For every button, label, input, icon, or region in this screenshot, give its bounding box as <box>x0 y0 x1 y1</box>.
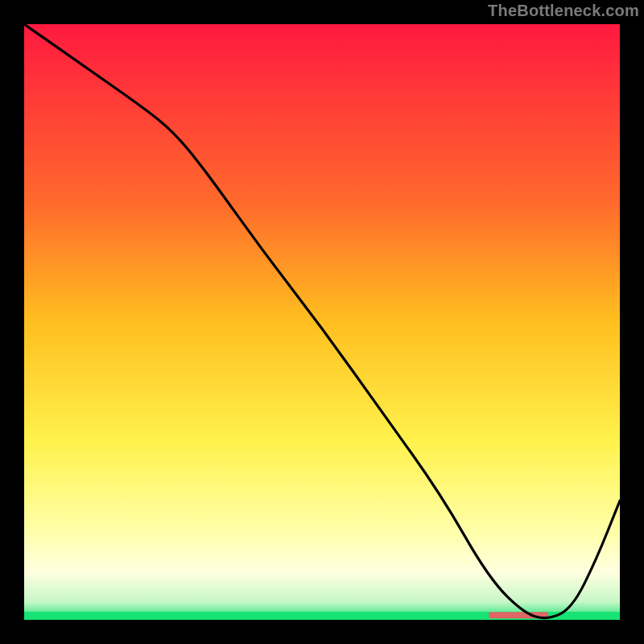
watermark-text: TheBottleneck.com <box>488 2 639 20</box>
plot-area <box>24 24 620 620</box>
chart-frame: TheBottleneck.com <box>0 0 644 644</box>
plot-svg <box>24 24 620 620</box>
gradient-background <box>24 24 620 620</box>
